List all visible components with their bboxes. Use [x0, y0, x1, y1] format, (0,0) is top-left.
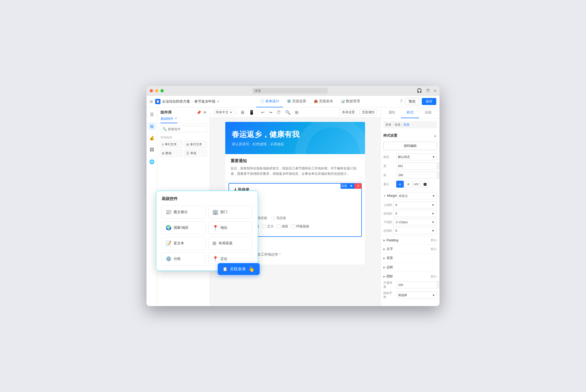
bg-header[interactable]: ▶ 背景 — [383, 256, 437, 260]
width-input[interactable] — [396, 162, 437, 169]
breadcrumb-project[interactable]: 企业综合防疫方案 — [162, 99, 190, 104]
height-input[interactable] — [396, 172, 437, 179]
display-flex[interactable]: ≣ — [405, 181, 412, 188]
adv-address[interactable]: 📍 地址 — [208, 221, 252, 234]
adv-image-text[interactable]: 📰 图文展示 — [162, 206, 206, 219]
component-radio[interactable]: ☰ 单选 — [184, 150, 207, 157]
add-icon[interactable]: + — [434, 88, 436, 93]
tab-properties[interactable]: 属性 — [383, 107, 401, 118]
height-unit: px — [437, 172, 440, 179]
tab-page-settings[interactable]: ⚙️ 页面设置 — [283, 96, 310, 107]
cb-breathing[interactable]: 呼吸困难 — [291, 224, 309, 229]
adv-rich-text[interactable]: 📝 富文本 — [162, 237, 206, 250]
component-number[interactable]: ⊞ 数值 — [160, 150, 183, 157]
zoom-icon[interactable]: 🔍 — [284, 109, 292, 115]
margin-left-input[interactable]: 0 ▼ — [393, 227, 437, 234]
width-unit: px — [437, 162, 440, 169]
sidebar-global-icon[interactable]: 🌐 — [148, 158, 156, 165]
checkbox-box-cold — [277, 224, 281, 228]
adv-department[interactable]: 🏢 部门 — [208, 206, 252, 219]
text-label: 文字 — [387, 247, 393, 251]
shadow-arrow: ▶ — [383, 275, 385, 278]
mobile-icon[interactable]: 📱 — [248, 109, 255, 115]
tab-advanced[interactable]: 高级 — [419, 107, 437, 118]
minimize-button[interactable] — [155, 89, 158, 92]
path-sep1: › — [392, 123, 394, 126]
tab-form-design[interactable]: 📄 表单设计 — [256, 96, 283, 107]
component-multi-line[interactable]: ≣ 多行文本 — [184, 141, 207, 148]
opacity-input[interactable] — [396, 281, 437, 288]
tab-page-publish[interactable]: 📤 页面发布 — [310, 96, 337, 107]
component-search-input[interactable] — [168, 127, 208, 131]
display-inline[interactable]: ABC — [413, 181, 420, 188]
delete-btn[interactable]: ✕ — [355, 183, 362, 189]
radio-no-symptom[interactable]: 无症状 — [271, 216, 286, 220]
history-canvas-icon[interactable]: ⏱ — [276, 110, 282, 115]
margin-right-input[interactable]: 0 ▼ — [393, 210, 437, 217]
maximize-button[interactable] — [160, 89, 164, 92]
border-header[interactable]: ▶ 边框 — [383, 265, 437, 270]
shadow-header[interactable]: ▶ 阴影 默认 — [383, 274, 437, 279]
tab-data-mgmt[interactable]: 📊 数据管理 — [337, 96, 364, 107]
save-button[interactable]: 保存 — [422, 98, 436, 105]
common-section-title: 常用控件 — [157, 135, 210, 141]
cb-fatigue-label: 乏力 — [267, 224, 274, 229]
pin-icon[interactable]: 📌 — [196, 110, 201, 115]
adv-layout[interactable]: ⊞ 布局容器 — [208, 237, 252, 250]
style-settings-header: 样式设置 ▲ — [383, 132, 437, 140]
display-label: 显示 — [383, 182, 395, 186]
margin-type-select[interactable]: 自定义 ▼ — [397, 192, 437, 199]
text-value: 默认 — [431, 247, 437, 251]
desktop-icon[interactable]: 🖥 — [239, 110, 246, 115]
sidebar-data-icon[interactable]: 💰 — [148, 134, 156, 142]
breadcrumb-form[interactable]: 春节返乡申报 — [194, 99, 215, 104]
search-icon: 🔍 — [162, 127, 167, 131]
state-select[interactable]: 默认状态 ▼ — [396, 153, 437, 160]
undo-icon[interactable]: ↩ — [260, 109, 266, 115]
opacity-row: 不透明度 % — [383, 281, 437, 289]
path-container2[interactable]: 容器 — [403, 123, 409, 127]
cb-fatigue[interactable]: 乏力 — [262, 224, 274, 229]
padding-header[interactable]: ▶ Padding 默认 — [383, 238, 437, 242]
page-props-button[interactable]: 页面属性 — [359, 109, 377, 115]
sidebar-components-icon[interactable]: ⊞ — [148, 122, 156, 130]
component-single-line[interactable]: ≡ 单行文本 — [160, 141, 183, 148]
grid-icon[interactable]: ⊞ — [150, 99, 153, 104]
container-btn[interactable]: 容器 — [341, 183, 348, 189]
bg-arrow: ▶ — [383, 257, 385, 260]
margin-bottom-input[interactable]: 小 (12px) ▼ — [393, 219, 437, 226]
help-icon[interactable]: ? — [400, 99, 402, 104]
form-settings-button[interactable]: 表单设置 — [340, 109, 357, 115]
path-container1[interactable]: 容器 — [395, 123, 401, 127]
cb-cold[interactable]: 感冒 — [277, 224, 288, 229]
source-edit-button[interactable]: 源码编辑 — [383, 142, 437, 150]
grid-canvas-icon[interactable]: ⊞ — [294, 109, 299, 115]
history-icon[interactable]: ⏱ — [426, 88, 430, 93]
search-input[interactable] — [252, 88, 328, 94]
collapse-icon[interactable]: ▲ — [434, 134, 437, 137]
move-btn[interactable]: ✥ — [348, 183, 355, 189]
display-block[interactable]: ⊞ — [396, 181, 404, 188]
edit-icon[interactable]: ✏ — [217, 100, 220, 103]
tab-style[interactable]: 样式 — [401, 107, 419, 118]
margin-bottom-chevron: ▼ — [432, 221, 434, 224]
text-header[interactable]: ▶ 文字 默认 — [383, 247, 437, 251]
close-panel-icon[interactable]: ✕ — [203, 110, 206, 115]
adv-country[interactable]: 🌍 国家/地区 — [162, 221, 206, 234]
preview-button[interactable]: 预览 — [405, 98, 419, 105]
headset-icon[interactable]: 🎧 — [417, 88, 422, 93]
adv-group[interactable]: ⚙️ 分组 — [162, 252, 206, 265]
redo-icon[interactable]: ↪ — [268, 109, 273, 115]
cursor-select[interactable]: 请选择 ▼ — [396, 292, 437, 299]
tab-basic-components[interactable]: 基础组件 ？ — [160, 117, 177, 123]
sidebar-image-icon[interactable]: 🖼 — [148, 146, 156, 154]
margin-top-input[interactable]: 0 ▼ — [393, 201, 437, 208]
language-selector[interactable]: 简体中文 ▼ — [213, 109, 235, 115]
margin-header[interactable]: ▼ Margin 自定义 ▼ — [383, 192, 437, 199]
margin-right-label: 右间距 — [383, 212, 393, 216]
sidebar-menu-icon[interactable]: ☰ — [148, 111, 156, 118]
page-settings-icon: ⚙️ — [287, 99, 291, 103]
close-button[interactable] — [150, 89, 153, 92]
display-none[interactable]: ⬛ — [421, 181, 429, 188]
path-form[interactable]: 表单 — [385, 123, 391, 127]
